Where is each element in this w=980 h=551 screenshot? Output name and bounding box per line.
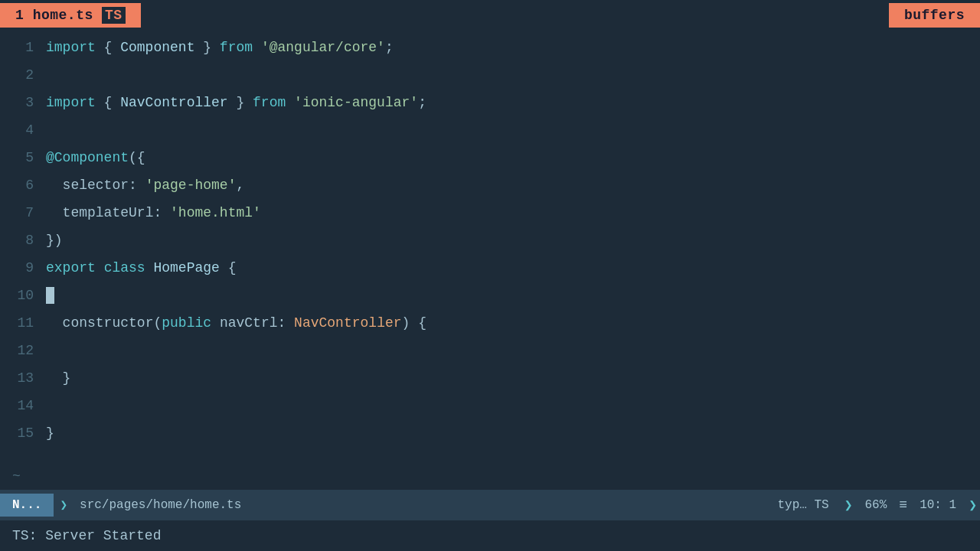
status-lines-icon: ≡ bbox=[896, 497, 910, 513]
line-number: 5 bbox=[0, 150, 46, 165]
line-number: 3 bbox=[0, 95, 46, 110]
message-text: TS: Server Started bbox=[12, 528, 161, 543]
line-content: }) bbox=[46, 227, 63, 254]
status-filetype: typ… TS bbox=[765, 498, 841, 512]
line-content: selector: 'page-home', bbox=[46, 171, 244, 199]
line-number: 7 bbox=[0, 205, 46, 220]
buffers-button[interactable]: buffers bbox=[889, 3, 980, 28]
line-content: @Component({ bbox=[46, 144, 145, 171]
line-number: 4 bbox=[0, 122, 46, 138]
code-line: 7 templateUrl: 'home.html' bbox=[0, 199, 980, 227]
line-number: 1 bbox=[0, 40, 46, 55]
code-line: 14 bbox=[0, 392, 980, 419]
line-content: constructor(public navCtrl: NavControlle… bbox=[46, 309, 426, 337]
tab-badge: TS bbox=[102, 7, 126, 24]
line-content: import { NavController } from 'ionic-ang… bbox=[46, 89, 426, 116]
status-position: 10: 1 bbox=[910, 498, 965, 512]
line-number: 15 bbox=[0, 425, 46, 441]
code-editor[interactable]: 1import { Component } from '@angular/cor… bbox=[0, 31, 980, 462]
status-end-chevron-icon: ❯ bbox=[965, 497, 980, 514]
code-line: 6 selector: 'page-home', bbox=[0, 171, 980, 199]
code-line: 10 bbox=[0, 282, 980, 309]
code-line: 3import { NavController } from 'ionic-an… bbox=[0, 89, 980, 116]
code-line: 13 } bbox=[0, 364, 980, 392]
line-number: 2 bbox=[0, 67, 46, 83]
code-line: 9export class HomePage { bbox=[0, 254, 980, 282]
tab-bar: 1 home.ts TS buffers bbox=[0, 0, 980, 31]
line-number: 11 bbox=[0, 315, 46, 331]
status-zoom: 66% bbox=[856, 498, 897, 512]
vim-mode: N... bbox=[0, 494, 54, 517]
status-bar: N... ❯ src/pages/home/home.ts typ… TS ❯ … bbox=[0, 490, 980, 520]
line-number: 13 bbox=[0, 370, 46, 386]
line-content: templateUrl: 'home.html' bbox=[46, 199, 261, 227]
tab-filename: home.ts bbox=[33, 8, 93, 23]
status-right: typ… TS ❯ 66% ≡ 10: 1 ❯ bbox=[765, 497, 980, 514]
line-number: 12 bbox=[0, 343, 46, 358]
code-line: 11 constructor(public navCtrl: NavContro… bbox=[0, 309, 980, 337]
active-tab[interactable]: 1 home.ts TS bbox=[0, 3, 141, 28]
message-bar: TS: Server Started bbox=[0, 520, 980, 551]
code-line: 8}) bbox=[0, 227, 980, 254]
code-line: 15} bbox=[0, 419, 980, 447]
code-line: 12 bbox=[0, 337, 980, 364]
line-number: 14 bbox=[0, 398, 46, 413]
status-divider-icon: ❯ bbox=[841, 497, 856, 514]
code-line: 2 bbox=[0, 61, 980, 89]
line-number: 8 bbox=[0, 233, 46, 248]
code-line: 1import { Component } from '@angular/cor… bbox=[0, 34, 980, 61]
code-line: 5@Component({ bbox=[0, 144, 980, 171]
status-left: N... ❯ src/pages/home/home.ts bbox=[0, 494, 247, 517]
line-content: } bbox=[46, 364, 70, 392]
line-content: import { Component } from '@angular/core… bbox=[46, 34, 394, 61]
line-content bbox=[46, 282, 54, 309]
line-content: export class HomePage { bbox=[46, 254, 236, 282]
line-content: } bbox=[46, 419, 54, 447]
code-line: 4 bbox=[0, 116, 980, 144]
line-number: 9 bbox=[0, 260, 46, 276]
cursor bbox=[46, 287, 54, 304]
status-chevron-icon: ❯ bbox=[54, 497, 74, 513]
tilde-indicator: ~ bbox=[0, 462, 980, 490]
status-filepath: src/pages/home/home.ts bbox=[74, 498, 247, 512]
tab-number: 1 bbox=[15, 8, 24, 23]
line-number: 10 bbox=[0, 288, 46, 303]
line-number: 6 bbox=[0, 178, 46, 193]
